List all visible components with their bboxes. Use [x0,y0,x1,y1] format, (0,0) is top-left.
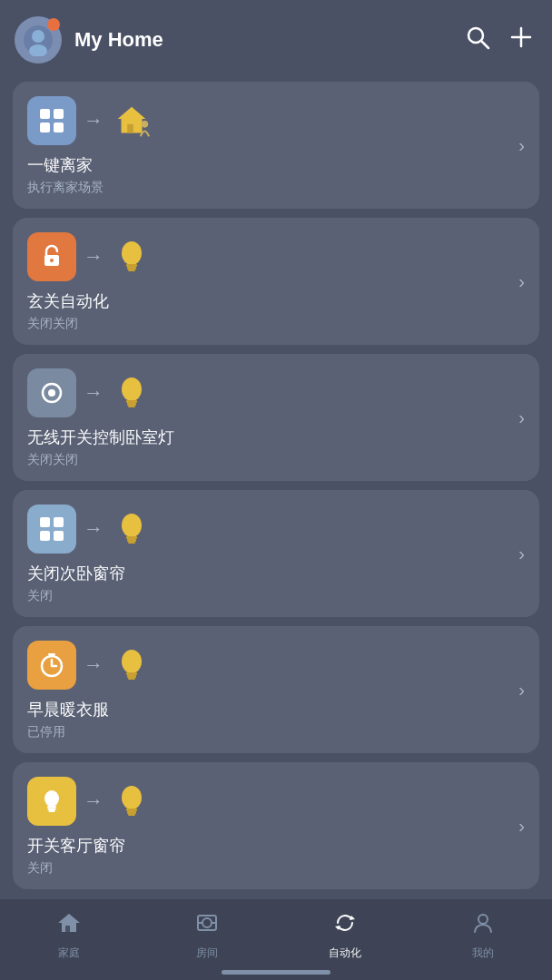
svg-rect-12 [127,124,133,133]
svg-rect-33 [128,542,135,544]
bottom-navigation: 家庭 房间 自动化 [0,898,552,980]
svg-rect-10 [54,122,64,132]
nav-label-profile: 我的 [472,946,494,961]
list-item[interactable]: → 玄关自动化 关闭关闭 › [13,218,539,345]
chevron-right-icon: › [518,135,525,156]
arrow-icon: → [84,517,104,541]
svg-rect-41 [47,806,56,808]
svg-rect-32 [127,539,136,542]
card-icons: → [27,777,525,826]
svg-rect-31 [126,536,137,539]
result-icon-bulb [111,644,153,686]
add-icon[interactable] [508,24,534,56]
svg-rect-19 [128,270,135,271]
card-title: 开关客厅窗帘 [27,835,525,857]
card-title: 早晨暖衣服 [27,699,525,720]
svg-rect-37 [126,672,137,675]
card-title: 无线开关控制卧室灯 [27,426,525,448]
trigger-icon-lock [27,232,76,281]
card-icons: → [27,232,525,281]
svg-rect-47 [128,814,135,816]
nav-item-home[interactable]: 家庭 [0,910,138,961]
svg-rect-9 [40,122,50,132]
automation-icon [332,910,358,942]
card-subtitle: 关闭关闭 [27,316,525,332]
profile-icon [470,910,496,942]
svg-rect-38 [127,675,136,678]
svg-point-51 [202,918,212,927]
header-actions [465,24,534,56]
svg-rect-26 [40,517,50,527]
result-icon-bulb [111,508,153,550]
svg-point-22 [122,377,142,401]
list-item[interactable]: → 一键离家 执行离家场景 › [13,82,539,209]
card-subtitle: 已停用 [27,724,525,740]
svg-rect-27 [54,517,64,527]
svg-rect-8 [54,109,64,119]
svg-rect-23 [126,400,137,403]
svg-point-16 [122,241,142,265]
list-item[interactable]: → 早晨暖衣服 已停用 › [13,626,539,753]
svg-point-44 [122,786,142,809]
chevron-right-icon: › [518,544,525,564]
svg-point-56 [478,915,488,924]
trigger-icon-switch [27,368,76,417]
svg-rect-18 [127,267,136,270]
svg-rect-49 [65,926,70,932]
nav-label-automation: 自动化 [329,946,361,961]
trigger-icon-grid [27,96,76,145]
result-icon-bulb [111,372,153,414]
arrow-icon: → [84,381,104,405]
svg-point-40 [44,790,59,807]
card-subtitle: 关闭关闭 [27,452,525,468]
svg-rect-28 [40,531,50,541]
card-title: 玄关自动化 [27,290,525,312]
nav-item-automation[interactable]: 自动化 [276,910,414,961]
svg-rect-46 [127,811,136,814]
nav-item-room[interactable]: 房间 [138,910,276,961]
list-item[interactable]: → 无线开关控制卧室灯 关闭关闭 › [13,354,539,481]
result-icon-house [111,100,153,142]
chevron-right-icon: › [518,407,525,428]
svg-point-21 [48,389,55,397]
arrow-icon: → [84,245,104,269]
nav-label-room: 房间 [196,946,218,961]
svg-rect-17 [126,264,137,267]
arrow-icon: → [84,789,104,813]
trigger-icon-timer [27,641,76,690]
card-icons: → [27,96,525,145]
chevron-right-icon: › [518,816,525,837]
svg-rect-24 [127,403,136,406]
svg-point-30 [122,514,142,537]
card-icons: → [27,368,525,417]
card-subtitle: 关闭 [27,860,525,877]
svg-point-36 [122,650,142,673]
chevron-right-icon: › [518,680,525,701]
result-icon-bulb [111,236,153,278]
avatar [15,16,62,64]
home-indicator [222,970,330,975]
list-item[interactable]: → 开关客厅窗帘 关闭 › [13,762,539,889]
automation-list: → 一键离家 执行离家场景 › [0,73,552,898]
svg-rect-43 [49,810,55,812]
nav-label-home: 家庭 [58,946,80,961]
nav-item-profile[interactable]: 我的 [414,910,552,961]
trigger-icon-bulb-yellow [27,777,76,826]
result-icon-bulb [111,780,153,822]
card-icons: → [27,505,525,554]
svg-rect-45 [126,808,137,811]
svg-rect-7 [40,109,50,119]
card-subtitle: 执行离家场景 [27,180,525,196]
list-item[interactable]: → 关闭次卧窗帘 关闭 › [13,490,539,617]
trigger-icon-grid2 [27,505,76,554]
search-icon[interactable] [465,24,490,56]
svg-rect-25 [128,406,135,407]
home-icon [56,910,82,942]
svg-point-13 [142,121,149,128]
page-title: My Home [74,28,465,52]
svg-line-4 [481,41,488,48]
chevron-right-icon: › [518,271,525,292]
header: My Home [0,0,552,73]
card-title: 一键离家 [27,154,525,176]
arrow-icon: → [84,653,104,677]
